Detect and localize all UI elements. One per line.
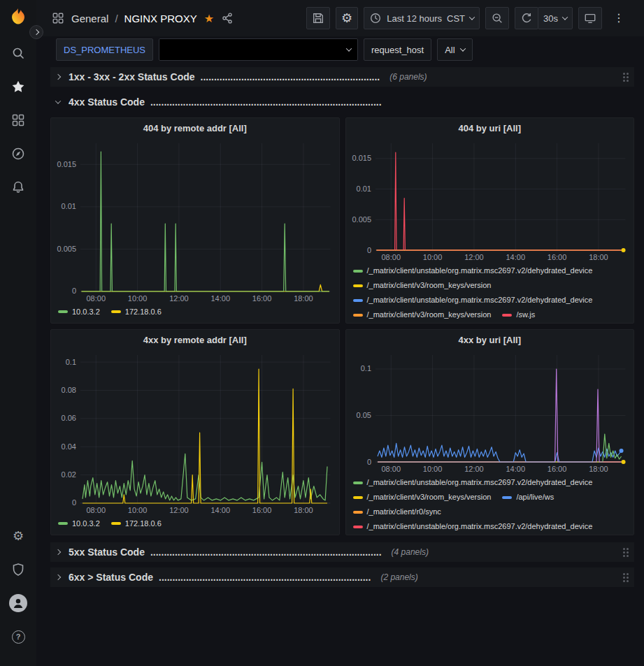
- datasource-select[interactable]: [159, 38, 358, 61]
- legend-item[interactable]: 172.18.0.6: [111, 518, 162, 530]
- svg-text:0.01: 0.01: [62, 202, 76, 210]
- legend-label: /_matrix/client/unstable/org.matrix.msc2…: [367, 265, 593, 277]
- sidebar-item-search[interactable]: [6, 41, 31, 66]
- svg-text:14:00: 14:00: [506, 253, 525, 261]
- refresh-interval-dropdown[interactable]: 30s: [538, 7, 573, 29]
- refresh-button[interactable]: [515, 7, 538, 29]
- row-title-dots: ........................................…: [150, 96, 382, 108]
- legend-label: /_matrix/client/v3/room_keys/version: [367, 280, 492, 291]
- request-host-select[interactable]: All: [437, 38, 472, 61]
- kebab-menu-button[interactable]: ⋮: [608, 7, 630, 29]
- legend-item[interactable]: /_matrix/client/unstable/org.matrix.msc2…: [353, 477, 593, 488]
- sidebar-item-explore[interactable]: [6, 141, 31, 166]
- svg-text:18:00: 18:00: [294, 506, 313, 514]
- sidebar-item-profile[interactable]: [6, 591, 31, 616]
- legend-item[interactable]: 172.18.0.6: [111, 306, 162, 318]
- legend-item[interactable]: /_matrix/client/unstable/org.matrix.msc2…: [353, 521, 593, 533]
- svg-text:12:00: 12:00: [169, 294, 189, 303]
- svg-text:16:00: 16:00: [252, 506, 272, 514]
- sidebar-item-configuration[interactable]: ⚙: [6, 523, 31, 549]
- row-header-4xx[interactable]: 4xx Status Code ........................…: [50, 92, 634, 112]
- sidebar-item-dashboards[interactable]: [6, 108, 31, 133]
- monitor-icon: [584, 12, 596, 24]
- svg-text:0.005: 0.005: [352, 215, 371, 224]
- chevron-right-icon: [56, 575, 63, 579]
- legend-item[interactable]: /api/live/ws: [502, 491, 554, 503]
- sidebar-item-starred[interactable]: [6, 74, 31, 99]
- panel-404-by-remote-addr: 404 by remote addr [All] 08:0010:0012:00…: [50, 117, 340, 324]
- svg-text:0: 0: [366, 246, 371, 254]
- legend-label: 172.18.0.6: [125, 518, 162, 530]
- svg-text:0.005: 0.005: [57, 245, 76, 253]
- legend-label: /_matrix/client/r0/sync: [367, 506, 441, 518]
- favorite-star-icon[interactable]: ★: [204, 12, 214, 25]
- svg-text:10:00: 10:00: [128, 294, 148, 303]
- svg-text:0: 0: [366, 458, 371, 466]
- row-header-6xx[interactable]: 6xx > Status Code ......................…: [50, 567, 634, 587]
- svg-text:16:00: 16:00: [252, 294, 272, 303]
- dashboard-settings-button[interactable]: ⚙: [336, 7, 358, 29]
- legend-swatch: [353, 270, 363, 273]
- legend-swatch: [353, 511, 363, 514]
- chevron-down-icon: [346, 45, 352, 51]
- legend-item[interactable]: /_matrix/client/v3/room_keys/version: [353, 309, 492, 321]
- share-icon[interactable]: [221, 12, 234, 24]
- grafana-logo[interactable]: [8, 7, 29, 28]
- legend-item[interactable]: /_matrix/client/v3/room_keys/version: [353, 280, 492, 291]
- time-series-chart[interactable]: 08:0010:0012:0014:0016:0018:0000.0050.01…: [346, 138, 634, 263]
- legend-item[interactable]: /sw.js: [502, 309, 535, 321]
- legend-swatch: [353, 526, 363, 528]
- time-series-chart[interactable]: 08:0010:0012:0014:0016:0018:0000.020.040…: [51, 349, 339, 516]
- legend-item[interactable]: /_matrix/client/r0/sync: [353, 506, 441, 518]
- zoom-out-button[interactable]: [485, 7, 509, 29]
- panel-title[interactable]: 4xx by remote addr [All]: [51, 330, 339, 349]
- sidebar: ⚙ ?: [0, 0, 36, 666]
- chevron-down-icon: [459, 45, 465, 51]
- panel-title[interactable]: 404 by uri [All]: [346, 118, 634, 138]
- row-header-5xx[interactable]: 5xx Status Code ........................…: [50, 542, 634, 562]
- legend-swatch: [353, 299, 363, 302]
- row-drag-handle[interactable]: [623, 548, 629, 557]
- panel-4xx-by-remote-addr: 4xx by remote addr [All] 08:0010:0012:00…: [50, 329, 340, 535]
- top-navbar: General / NGINX PROXY ★: [36, 0, 644, 36]
- svg-text:0.015: 0.015: [57, 160, 76, 168]
- legend-label: /sw.js: [516, 309, 535, 321]
- legend-item[interactable]: /_matrix/client/unstable/org.matrix.msc2…: [353, 265, 593, 277]
- time-series-chart[interactable]: 08:0010:0012:0014:0016:0018:0000.0050.01…: [51, 138, 339, 304]
- legend-label: /api/live/ws: [516, 491, 554, 503]
- time-range-label: Last 12 hours: [387, 13, 442, 24]
- time-range-picker[interactable]: Last 12 hours CST: [364, 7, 480, 29]
- legend-item[interactable]: /_matrix/client/unstable/org.matrix.msc2…: [353, 294, 593, 306]
- panel-legend: /_matrix/client/unstable/org.matrix.msc2…: [346, 263, 634, 323]
- save-dashboard-button[interactable]: [306, 7, 330, 29]
- request-host-variable-label[interactable]: request_host: [364, 38, 431, 61]
- datasource-variable-label[interactable]: DS_PROMETHEUS: [56, 38, 153, 61]
- row-title: 1xx - 3xx - 2xx Status Code: [69, 71, 195, 82]
- legend-item[interactable]: /_matrix/client/v3/room_keys/version: [353, 491, 492, 503]
- sidebar-expand-button[interactable]: [29, 25, 43, 39]
- svg-text:0.02: 0.02: [62, 470, 76, 479]
- request-host-value: All: [445, 45, 455, 55]
- question-glyph: ?: [16, 632, 21, 641]
- time-series-chart[interactable]: 08:0010:0012:0014:0016:0018:0000.050.1: [346, 349, 634, 475]
- panel-title[interactable]: 404 by remote addr [All]: [51, 118, 339, 138]
- row-header-1xx-3xx-2xx[interactable]: 1xx - 3xx - 2xx Status Code ............…: [50, 67, 634, 87]
- sidebar-item-alerting[interactable]: [6, 175, 31, 200]
- row-drag-handle[interactable]: [623, 573, 629, 582]
- save-icon: [312, 12, 324, 24]
- legend-item[interactable]: 10.0.3.2: [58, 518, 100, 530]
- legend-swatch: [111, 310, 121, 313]
- tv-mode-button[interactable]: [578, 7, 602, 29]
- row-title: 5xx Status Code: [69, 546, 145, 558]
- dashboard-grid-icon[interactable]: [52, 12, 64, 24]
- row-drag-handle[interactable]: [623, 73, 629, 82]
- legend-swatch: [58, 522, 68, 525]
- breadcrumb-section[interactable]: General: [71, 13, 108, 24]
- sidebar-item-server-admin[interactable]: [6, 557, 31, 582]
- sidebar-item-help[interactable]: ?: [6, 624, 31, 649]
- kebab-icon: ⋮: [613, 13, 624, 24]
- main-area: General / NGINX PROXY ★: [36, 0, 644, 666]
- panel-title[interactable]: 4xx by uri [All]: [346, 330, 634, 349]
- legend-label: 172.18.0.6: [125, 306, 162, 318]
- legend-item[interactable]: 10.0.3.2: [58, 306, 100, 318]
